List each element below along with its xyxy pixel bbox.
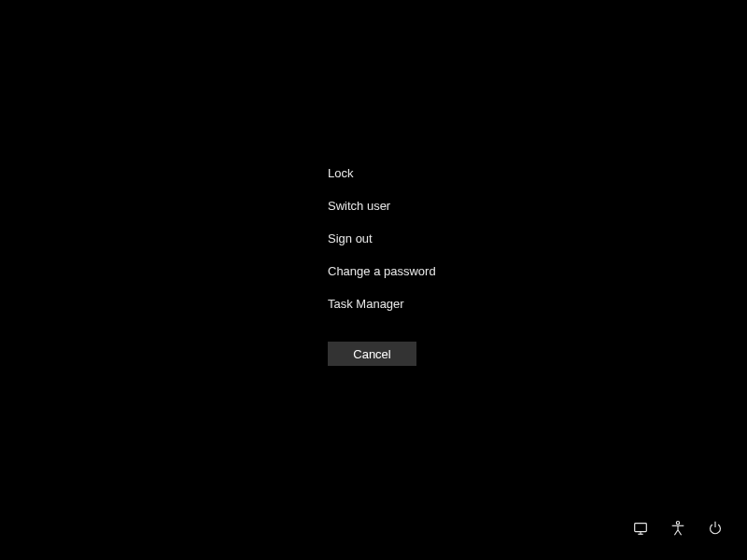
svg-rect-0 bbox=[635, 524, 647, 532]
lock-option[interactable]: Lock bbox=[328, 157, 436, 189]
sign-out-option[interactable]: Sign out bbox=[328, 222, 436, 255]
power-icon[interactable] bbox=[706, 519, 725, 538]
accessibility-icon[interactable] bbox=[669, 519, 687, 538]
security-options-menu: Lock Switch user Sign out Change a passw… bbox=[328, 157, 436, 320]
svg-point-3 bbox=[676, 522, 679, 525]
svg-line-6 bbox=[674, 530, 678, 535]
network-icon[interactable] bbox=[631, 519, 650, 538]
switch-user-option[interactable]: Switch user bbox=[328, 189, 436, 222]
change-password-option[interactable]: Change a password bbox=[328, 255, 436, 287]
bottom-icon-bar bbox=[631, 519, 725, 538]
task-manager-option[interactable]: Task Manager bbox=[328, 287, 436, 320]
cancel-button[interactable]: Cancel bbox=[328, 342, 416, 366]
svg-line-7 bbox=[678, 530, 682, 535]
